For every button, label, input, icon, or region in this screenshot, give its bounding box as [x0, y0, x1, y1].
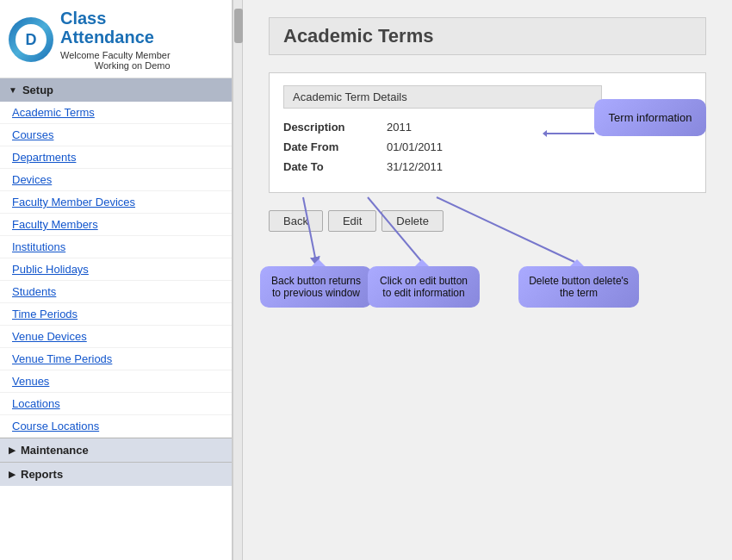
term-info-callout: Term information: [594, 99, 706, 136]
welcome-text: Welcome Faculty Member Working on Demo: [60, 50, 171, 71]
sidebar-header: D Class Attendance Welcome Faculty Membe…: [0, 0, 232, 78]
date-to-value: 31/12/2011: [387, 160, 443, 173]
sidebar-item-locations[interactable]: Locations: [0, 393, 232, 415]
sidebar-item-venue-time-periods[interactable]: Venue Time Periods: [0, 348, 232, 370]
sidebar-item-faculty-member-devices[interactable]: Faculty Member Devices: [0, 191, 232, 214]
date-to-label: Date To: [283, 160, 387, 173]
sidebar-item-faculty-members[interactable]: Faculty Members: [0, 214, 232, 236]
description-label: Description: [283, 121, 387, 134]
sidebar-item-institutions[interactable]: Institutions: [0, 236, 232, 258]
setup-section[interactable]: ▼ Setup: [0, 78, 232, 102]
sidebar-nav: ▼ Setup Academic Terms Courses Departmen…: [0, 78, 232, 560]
main-inner: Academic Terms Academic Term Details Des…: [243, 0, 732, 560]
callout-back: Back button returns to previous window: [260, 266, 372, 308]
details-box-header: Academic Term Details: [283, 85, 602, 109]
edit-button[interactable]: Edit: [328, 210, 376, 232]
sidebar-item-public-holidays[interactable]: Public Holidays: [0, 258, 232, 281]
sidebar: D Class Attendance Welcome Faculty Membe…: [0, 0, 233, 560]
sidebar-item-departments[interactable]: Departments: [0, 146, 232, 169]
maintenance-section[interactable]: ▶ Maintenance: [0, 438, 232, 462]
sidebar-item-academic-terms[interactable]: Academic Terms: [0, 102, 232, 124]
back-button[interactable]: Back: [269, 210, 323, 232]
sidebar-item-devices[interactable]: Devices: [0, 169, 232, 191]
sidebar-item-venue-devices[interactable]: Venue Devices: [0, 326, 232, 348]
scrollbar[interactable]: [233, 0, 243, 560]
reports-section[interactable]: ▶ Reports: [0, 462, 232, 486]
delete-button[interactable]: Delete: [382, 210, 444, 232]
main-content: Academic Terms Academic Term Details Des…: [243, 0, 732, 560]
maintenance-arrow-icon: ▶: [9, 445, 16, 455]
date-from-label: Date From: [283, 140, 387, 153]
app-logo: D: [9, 17, 53, 62]
sidebar-item-students[interactable]: Students: [0, 281, 232, 303]
sidebar-item-venues[interactable]: Venues: [0, 370, 232, 393]
callout-delete: Delete button delete's the term: [518, 266, 639, 308]
reports-arrow-icon: ▶: [9, 470, 16, 479]
sidebar-item-time-periods[interactable]: Time Periods: [0, 303, 232, 326]
detail-row-date-from: Date From 01/01/2011: [283, 140, 692, 153]
sidebar-item-course-locations[interactable]: Course Locations: [0, 415, 232, 438]
setup-arrow-icon: ▼: [9, 85, 17, 95]
term-info-callout-wrapper: Term information: [594, 99, 706, 136]
action-buttons: Back Edit Delete: [269, 210, 706, 232]
sidebar-item-courses[interactable]: Courses: [0, 124, 232, 146]
detail-row-date-to: Date To 31/12/2011: [283, 160, 692, 173]
app-title: Class Attendance: [60, 9, 171, 47]
scroll-handle[interactable]: [234, 9, 243, 43]
description-value: 2011: [387, 121, 412, 134]
date-from-value: 01/01/2011: [387, 140, 443, 153]
callout-edit: Click on edit button to edit information: [368, 266, 480, 308]
page-title: Academic Terms: [269, 17, 706, 55]
callouts-area: Back button returns to previous window C…: [269, 258, 706, 361]
